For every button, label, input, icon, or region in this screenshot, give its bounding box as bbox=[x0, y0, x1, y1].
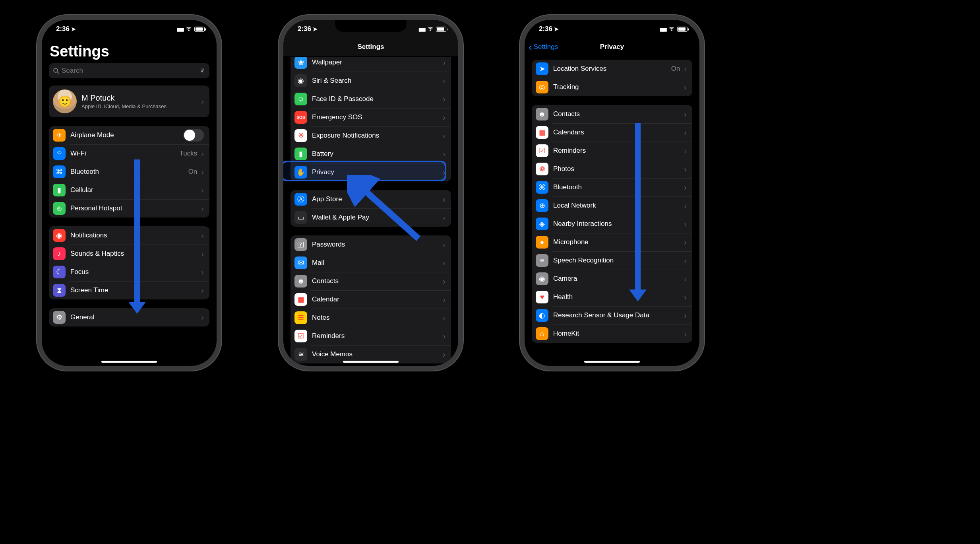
search-input[interactable] bbox=[62, 67, 205, 75]
search-bar[interactable]: 🎙 bbox=[49, 63, 209, 78]
home-indicator[interactable] bbox=[584, 361, 640, 363]
chevron-left-icon: ‹ bbox=[529, 42, 532, 52]
profile-sub: Apple ID, iCloud, Media & Purchases bbox=[81, 103, 199, 109]
chevron-right-icon: › bbox=[443, 277, 445, 286]
settings-row-focus[interactable]: ☾Focus› bbox=[49, 263, 209, 281]
settings-row-cellular[interactable]: ▮Cellular› bbox=[49, 181, 209, 199]
mail-icon: ✉ bbox=[294, 256, 307, 269]
row-label: Camera bbox=[553, 275, 682, 283]
privacy-row-bluetooth[interactable]: ⌘Bluetooth› bbox=[532, 178, 692, 196]
chevron-right-icon: › bbox=[684, 311, 687, 320]
profile-row[interactable]: 🙂 M Potuck Apple ID, iCloud, Media & Pur… bbox=[49, 85, 209, 117]
settings-row-exposure-notifications[interactable]: ※Exposure Notifications› bbox=[291, 126, 451, 145]
bluetooth-icon: ⌘ bbox=[536, 181, 548, 194]
status-time: 2:36 bbox=[298, 25, 311, 33]
camera-icon: ◉ bbox=[536, 272, 548, 285]
settings-row-contacts[interactable]: ☻Contacts› bbox=[291, 272, 451, 290]
settings-row-notifications[interactable]: ◉Notifications› bbox=[49, 226, 209, 245]
row-label: HomeKit bbox=[553, 330, 682, 338]
privacy-row-microphone[interactable]: ●Microphone› bbox=[532, 233, 692, 251]
status-time: 2:36 bbox=[539, 25, 552, 33]
privacy-row-nearby-interactions[interactable]: ◈Nearby Interactions› bbox=[532, 215, 692, 233]
chevron-right-icon: › bbox=[684, 201, 687, 210]
privacy-row-location-services[interactable]: ➤Location ServicesOn› bbox=[532, 60, 692, 78]
row-label: Notes bbox=[312, 314, 441, 322]
chevron-right-icon: › bbox=[443, 168, 445, 177]
row-label: Battery bbox=[312, 150, 441, 158]
settings-row-sounds-haptics[interactable]: ♪Sounds & Haptics› bbox=[49, 245, 209, 263]
chevron-right-icon: › bbox=[443, 332, 445, 341]
contacts-icon: ☻ bbox=[536, 108, 548, 120]
chevron-right-icon: › bbox=[684, 256, 687, 265]
toggle[interactable] bbox=[183, 129, 204, 142]
battery-icon bbox=[194, 27, 205, 32]
settings-row-airplane-mode[interactable]: ✈Airplane Mode bbox=[49, 126, 209, 144]
settings-row-battery[interactable]: ▮Battery› bbox=[291, 145, 451, 163]
privacy-icon: ✋ bbox=[294, 166, 307, 179]
settings-row-bluetooth[interactable]: ⌘BluetoothOn› bbox=[49, 163, 209, 181]
chevron-right-icon: › bbox=[684, 110, 687, 119]
home-indicator[interactable] bbox=[101, 361, 157, 363]
settings-row-wallpaper[interactable]: ❀Wallpaper› bbox=[291, 57, 451, 72]
row-label: Wallpaper bbox=[312, 58, 441, 66]
privacy-row-research-sensor-usage-data[interactable]: ◐Research Sensor & Usage Data› bbox=[532, 306, 692, 324]
settings-row-screen-time[interactable]: ⧗Screen Time› bbox=[49, 281, 209, 299]
scroll-down-arrow-annotation bbox=[134, 159, 140, 303]
privacy-row-photos[interactable]: ❁Photos› bbox=[532, 160, 692, 178]
row-label: Contacts bbox=[553, 110, 682, 118]
privacy-row-contacts[interactable]: ☻Contacts› bbox=[532, 105, 692, 123]
row-label: Emergency SOS bbox=[312, 113, 441, 121]
privacy-row-camera[interactable]: ◉Camera› bbox=[532, 270, 692, 288]
privacy-row-speech-recognition[interactable]: ≡Speech Recognition› bbox=[532, 251, 692, 270]
home-indicator[interactable] bbox=[343, 361, 399, 363]
settings-row-personal-hotspot[interactable]: ⎋Personal Hotspot› bbox=[49, 199, 209, 218]
chevron-right-icon: › bbox=[201, 204, 204, 213]
privacy-row-health[interactable]: ♥Health› bbox=[532, 288, 692, 306]
sounds-haptics-icon: ♪ bbox=[53, 247, 66, 260]
settings-row-wi-fi[interactable]: ⌔Wi-FiTucks› bbox=[49, 144, 209, 163]
nearby-interactions-icon: ◈ bbox=[536, 218, 548, 230]
chevron-right-icon: › bbox=[443, 150, 445, 159]
local-network-icon: ⊕ bbox=[536, 199, 548, 212]
row-detail: Tucks bbox=[180, 150, 198, 157]
search-icon bbox=[53, 68, 59, 74]
screen-time-icon: ⧗ bbox=[53, 284, 66, 297]
settings-row-reminders[interactable]: ☑Reminders› bbox=[291, 327, 451, 345]
settings-row-mail[interactable]: ✉Mail› bbox=[291, 254, 451, 272]
row-label: Nearby Interactions bbox=[553, 220, 682, 228]
calendar-icon: ▦ bbox=[294, 293, 307, 306]
chevron-right-icon: › bbox=[443, 350, 445, 359]
privacy-row-calendars[interactable]: ▦Calendars› bbox=[532, 123, 692, 142]
privacy-row-reminders[interactable]: ☑Reminders› bbox=[532, 142, 692, 160]
exposure-notifications-icon: ※ bbox=[294, 129, 307, 142]
bluetooth-icon: ⌘ bbox=[53, 165, 66, 178]
settings-row-notes[interactable]: ☰Notes› bbox=[291, 309, 451, 327]
nav-title: Settings bbox=[357, 43, 384, 51]
svg-line-1 bbox=[57, 72, 59, 74]
calendars-icon: ▦ bbox=[536, 126, 548, 139]
settings-row-calendar[interactable]: ▦Calendar› bbox=[291, 290, 451, 309]
notch bbox=[335, 20, 407, 32]
settings-row-siri-search[interactable]: ◉Siri & Search› bbox=[291, 72, 451, 90]
mic-icon[interactable]: 🎙 bbox=[199, 67, 205, 74]
chevron-right-icon: › bbox=[684, 165, 687, 174]
privacy-row-tracking[interactable]: ◎Tracking› bbox=[532, 78, 692, 96]
chevron-right-icon: › bbox=[443, 295, 445, 304]
privacy-row-homekit[interactable]: ⌂HomeKit› bbox=[532, 324, 692, 343]
chevron-right-icon: › bbox=[684, 146, 687, 155]
chevron-right-icon: › bbox=[684, 220, 687, 229]
chevron-right-icon: › bbox=[201, 286, 204, 295]
privacy-row-local-network[interactable]: ⊕Local Network› bbox=[532, 196, 692, 215]
wifi-icon bbox=[668, 27, 675, 31]
back-button[interactable]: ‹Settings bbox=[529, 42, 558, 52]
row-label: Siri & Search bbox=[312, 77, 441, 85]
wifi-icon bbox=[427, 27, 434, 31]
settings-row-face-id-passcode[interactable]: ☺Face ID & Passcode› bbox=[291, 90, 451, 108]
chevron-right-icon: › bbox=[684, 274, 687, 284]
chevron-right-icon: › bbox=[201, 149, 204, 158]
settings-row-emergency-sos[interactable]: SOSEmergency SOS› bbox=[291, 108, 451, 126]
chevron-right-icon: › bbox=[443, 213, 445, 222]
homekit-icon: ⌂ bbox=[536, 327, 548, 340]
row-detail: On bbox=[671, 65, 680, 73]
chevron-right-icon: › bbox=[201, 231, 204, 240]
